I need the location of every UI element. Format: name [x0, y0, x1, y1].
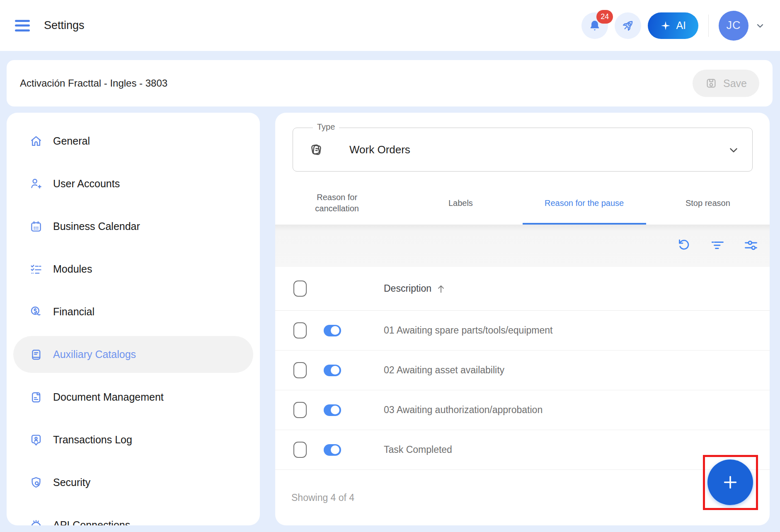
type-select[interactable]: Type Work Orders	[293, 128, 753, 172]
notification-badge: 24	[596, 10, 613, 24]
table-toolbar	[275, 225, 770, 267]
enabled-toggle[interactable]	[324, 325, 341, 336]
sidebar-item-modules[interactable]: Modules	[13, 251, 253, 288]
company-title: Activación Fracttal - Ingles - 3803	[20, 77, 167, 89]
tab-reason-for-the-pause[interactable]: Reason for the pause	[523, 181, 646, 225]
tab-reason-for-cancellation[interactable]: Reason for cancellation	[275, 181, 399, 225]
header-actions: 24 AI JC	[581, 11, 765, 41]
sort-asc-icon	[436, 283, 446, 294]
checklist-icon	[29, 262, 43, 276]
row-checkbox[interactable]	[293, 402, 307, 418]
tab-stop-reason[interactable]: Stop reason	[646, 181, 770, 225]
header-divider	[708, 15, 709, 37]
table-footer-count: Showing 4 of 4	[291, 492, 354, 503]
catalog-tabs: Reason for cancellation Labels Reason fo…	[275, 181, 770, 225]
enabled-toggle[interactable]	[324, 404, 341, 416]
user-add-icon	[29, 177, 43, 191]
sidebar-item-business-calendar[interactable]: Business Calendar	[13, 208, 253, 245]
chevron-down-icon[interactable]	[755, 21, 765, 31]
table-body: 01 Awaiting spare parts/tools/equipment …	[275, 311, 770, 470]
person-badge-icon	[29, 433, 43, 447]
sidebar-item-financial[interactable]: Financial	[13, 293, 253, 330]
top-header: Settings 24	[0, 0, 780, 51]
document-icon	[29, 390, 43, 404]
chevron-down-icon	[727, 144, 740, 156]
type-select-value: Work Orders	[349, 143, 410, 156]
rocket-icon	[620, 18, 635, 33]
home-icon	[29, 134, 43, 148]
row-checkbox[interactable]	[293, 442, 307, 458]
work-orders-icon	[308, 141, 325, 158]
sidebar-item-auxiliary-catalogs[interactable]: Auxiliary Catalogs	[13, 336, 253, 373]
rocket-button[interactable]	[615, 12, 641, 39]
tune-icon[interactable]	[744, 238, 758, 253]
filter-icon[interactable]	[710, 238, 725, 253]
column-header-description[interactable]: Description	[384, 283, 446, 294]
refresh-icon[interactable]	[676, 238, 691, 253]
sidebar-item-document-management[interactable]: Document Management	[13, 379, 253, 416]
sidebar-item-transactions-log[interactable]: Transactions Log	[13, 421, 253, 458]
sparkle-icon	[660, 20, 671, 31]
dollar-coin-icon	[29, 305, 43, 319]
type-select-label: Type	[313, 122, 339, 132]
avatar[interactable]: JC	[719, 11, 749, 41]
select-all-checkbox[interactable]	[293, 281, 307, 297]
table-row[interactable]: Task Completed	[275, 430, 770, 470]
ai-button[interactable]: AI	[648, 12, 698, 39]
api-icon	[29, 518, 43, 526]
page-title: Settings	[44, 19, 85, 32]
table-header-row: Description	[275, 267, 770, 311]
sidebar-item-security[interactable]: Security	[13, 464, 253, 501]
save-button[interactable]: Save	[693, 70, 759, 97]
sidebar-item-user-accounts[interactable]: User Accounts	[13, 165, 253, 202]
sidebar-item-general[interactable]: General	[13, 123, 253, 160]
catalog-book-icon	[29, 348, 43, 362]
company-bar: Activación Fracttal - Ingles - 3803 Save	[7, 60, 773, 106]
table-row[interactable]: 01 Awaiting spare parts/tools/equipment	[275, 311, 770, 351]
tab-labels[interactable]: Labels	[399, 181, 522, 225]
sidebar-item-api-connections[interactable]: API Connections	[13, 507, 253, 525]
table-row[interactable]: 03 Awaiting authorization/approbation	[275, 390, 770, 430]
save-icon	[705, 77, 717, 89]
menu-icon[interactable]	[15, 20, 30, 31]
row-checkbox[interactable]	[293, 322, 307, 339]
notifications-button[interactable]: 24	[581, 12, 608, 39]
add-button[interactable]	[707, 459, 753, 505]
plus-icon	[721, 473, 740, 492]
calendar-icon	[29, 220, 43, 234]
enabled-toggle[interactable]	[324, 444, 341, 456]
enabled-toggle[interactable]	[324, 365, 341, 376]
settings-sidebar: General User Accounts Business Calendar …	[7, 113, 260, 525]
row-checkbox[interactable]	[293, 362, 307, 378]
shield-icon	[29, 476, 43, 490]
auxiliary-catalogs-panel: Type Work Orders Reason for cancellation…	[275, 113, 770, 525]
table-row[interactable]: 02 Awaiting asset availability	[275, 351, 770, 390]
